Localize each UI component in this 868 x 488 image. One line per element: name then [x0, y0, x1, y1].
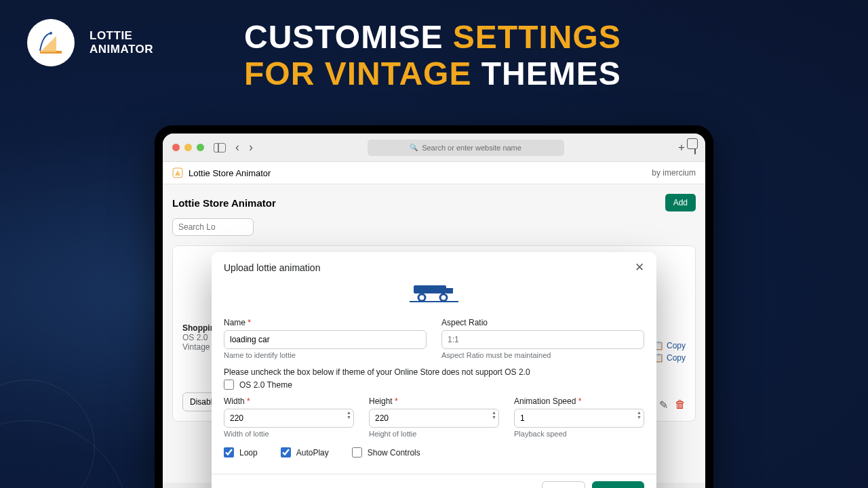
sidebar-toggle-icon[interactable] — [214, 143, 226, 152]
svg-point-0 — [50, 32, 52, 35]
brand-logo — [27, 19, 75, 66]
brand-line1: LOTTIE — [90, 29, 153, 43]
aspect-helper: Aspect Ratio must be maintained — [441, 351, 644, 359]
brand-line2: ANIMATOR — [90, 43, 153, 56]
os-theme-checkbox[interactable] — [224, 380, 234, 390]
width-input[interactable] — [224, 409, 354, 428]
headline: CUSTOMISE SETTINGS FOR VINTAGE THEMES — [244, 19, 621, 92]
speed-stepper[interactable]: ▲▼ — [637, 410, 642, 420]
height-helper: Height of lottie — [369, 430, 499, 438]
height-stepper[interactable]: ▲▼ — [492, 410, 496, 420]
zoom-dot-icon[interactable] — [197, 144, 204, 151]
speed-label: Animation Speed — [514, 396, 644, 406]
back-icon[interactable]: ‹ — [235, 140, 239, 155]
search-input[interactable] — [172, 218, 254, 236]
copy-action[interactable]: 📋Copy — [654, 341, 686, 350]
animation-preview — [224, 283, 644, 306]
minimize-dot-icon[interactable] — [184, 144, 192, 151]
close-dot-icon[interactable] — [172, 144, 180, 151]
browser-chrome: ‹ › 🔍 Search or enter website name + — [163, 134, 705, 162]
edit-icon[interactable]: ✎ — [659, 399, 668, 411]
width-helper: Width of lottie — [224, 430, 354, 438]
autoplay-checkbox[interactable] — [281, 447, 291, 458]
copy-action[interactable]: 📋Copy — [654, 353, 686, 363]
svg-point-6 — [440, 294, 447, 301]
os-theme-label: OS 2.0 Theme — [239, 380, 292, 390]
address-bar[interactable]: 🔍 Search or enter website name — [368, 140, 564, 156]
svg-rect-3 — [446, 288, 453, 293]
speed-input[interactable] — [514, 409, 644, 428]
width-stepper[interactable]: ▲▼ — [347, 410, 351, 420]
decor-circle — [0, 420, 129, 488]
complete-button[interactable]: Complete — [592, 481, 644, 488]
tabs-icon[interactable] — [694, 141, 696, 155]
page-title: Lottie Store Animator — [172, 197, 276, 209]
trash-icon[interactable]: 🗑 — [675, 399, 686, 411]
name-input[interactable] — [224, 330, 427, 349]
speed-helper: Playback speed — [514, 430, 644, 438]
os-note: Please uncheck the box below if theme of… — [224, 367, 644, 377]
aspect-input[interactable]: 1:1 — [441, 330, 644, 349]
laptop-mock: ‹ › 🔍 Search or enter website name + — [155, 125, 713, 488]
show-controls-checkbox[interactable] — [352, 447, 362, 458]
modal-title: Upload lottie animation — [224, 262, 320, 273]
close-icon[interactable]: ✕ — [635, 260, 644, 274]
forward-icon[interactable]: › — [249, 140, 253, 155]
search-icon: 🔍 — [410, 144, 418, 151]
app-title: Lottie Store Animator — [189, 168, 271, 178]
loop-checkbox[interactable] — [224, 447, 234, 458]
upload-modal: Upload lottie animation ✕ — [212, 252, 656, 488]
height-input[interactable] — [369, 409, 499, 428]
width-label: Width — [224, 396, 354, 406]
add-button[interactable]: Add — [665, 194, 696, 211]
name-helper: Name to identify lottie — [224, 351, 427, 359]
name-label: Name — [224, 318, 427, 327]
brand-block: LOTTIE ANIMATOR — [27, 19, 153, 66]
traffic-lights — [172, 144, 204, 151]
app-byline: by imercium — [652, 168, 696, 178]
app-mini-icon — [172, 167, 183, 178]
svg-point-5 — [418, 294, 425, 301]
aspect-label: Aspect Ratio — [441, 318, 644, 327]
cancel-button[interactable]: Cancel — [542, 481, 585, 488]
new-tab-icon[interactable]: + — [678, 141, 685, 155]
app-header: Lottie Store Animator by imercium — [163, 162, 705, 184]
height-label: Height — [369, 396, 499, 406]
svg-rect-2 — [414, 285, 446, 293]
